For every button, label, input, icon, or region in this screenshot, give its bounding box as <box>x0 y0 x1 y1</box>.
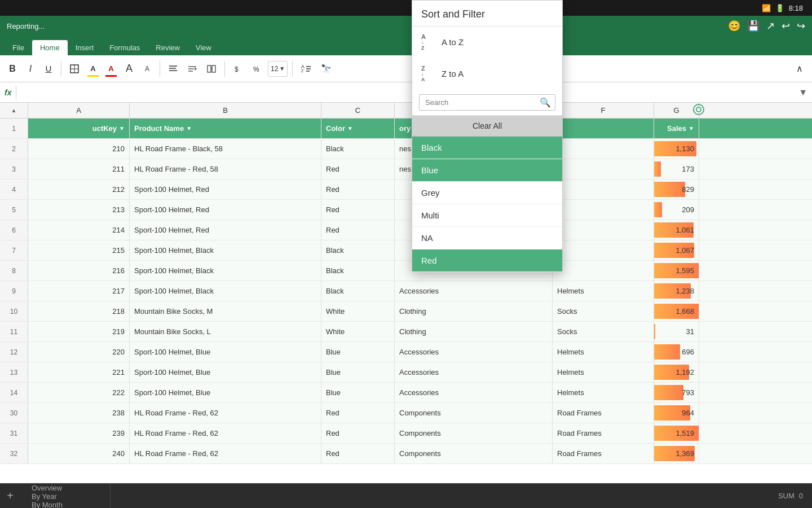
emoji-button[interactable]: 😊 <box>728 20 740 32</box>
cell-category[interactable]: Components <box>395 423 553 443</box>
cell-color[interactable]: Red <box>321 179 395 199</box>
italic-button[interactable]: I <box>23 60 38 78</box>
bold-button[interactable]: B <box>5 60 20 78</box>
cell-color[interactable]: Blue <box>321 342 395 362</box>
col-header-a[interactable]: A <box>28 103 130 118</box>
cell-sales[interactable]: 829 <box>654 179 699 199</box>
cell-subcategory[interactable]: Road Frames <box>553 444 654 463</box>
cell-color[interactable]: Red <box>321 444 395 463</box>
cell-category[interactable]: Clothing <box>395 322 553 341</box>
filter-icon-b[interactable]: ▼ <box>186 125 192 132</box>
cell-subcategory[interactable] <box>553 139 654 159</box>
cell-subcategory[interactable]: Socks <box>553 301 654 321</box>
cell-category[interactable]: Accessories <box>395 383 553 402</box>
cell-id[interactable]: 221 <box>28 362 130 382</box>
align-button[interactable] <box>165 60 182 78</box>
cell-color[interactable]: White <box>321 301 395 321</box>
cell-subcategory[interactable]: Helmets <box>553 342 654 362</box>
clear-all-button[interactable]: Clear All <box>412 116 562 137</box>
filter-item-na[interactable]: NA <box>412 227 562 249</box>
formula-expand-button[interactable]: ▼ <box>798 87 807 98</box>
cell-name[interactable]: HL Road Frame - Red, 62 <box>130 444 321 463</box>
col-b-resize[interactable] <box>319 103 323 118</box>
merge-button[interactable] <box>203 60 220 78</box>
cell-name[interactable]: HL Road Frame - Red, 62 <box>130 403 321 423</box>
col-a-resize[interactable] <box>127 103 131 118</box>
sort-z-to-a[interactable]: Z ↓ A Z to A <box>412 58 562 90</box>
filter-search-input[interactable] <box>419 94 555 111</box>
find-button[interactable]: 🔭 <box>317 60 335 78</box>
tab-home[interactable]: Home <box>32 40 68 55</box>
cell-color[interactable]: Red <box>321 200 395 220</box>
cell-category[interactable]: Accessories <box>395 281 553 301</box>
cell-id[interactable]: 220 <box>28 342 130 362</box>
sheet-tab-by-month[interactable]: By Month <box>20 501 111 508</box>
cell-subcategory[interactable] <box>553 179 654 199</box>
redo-button[interactable]: ↪ <box>797 20 805 32</box>
cell-name[interactable]: Sport-100 Helmet, Black <box>130 240 321 260</box>
tab-file[interactable]: File <box>5 40 32 55</box>
cell-id[interactable]: 212 <box>28 179 130 199</box>
cell-subcategory[interactable] <box>553 159 654 179</box>
cell-sales[interactable]: 964 <box>654 403 699 423</box>
filter-icon-a[interactable]: ▼ <box>119 125 125 132</box>
filter-icon-g[interactable]: ▼ <box>689 125 694 132</box>
cell-name[interactable]: Sport-100 Helmet, Red <box>130 220 321 240</box>
number-format-combo[interactable]: 12 ▼ <box>268 61 288 77</box>
cell-1-c[interactable]: Color ▼ <box>321 119 395 138</box>
cell-id[interactable]: 215 <box>28 240 130 260</box>
cell-color[interactable]: Black <box>321 139 395 159</box>
filter-item-multi[interactable]: Multi <box>412 204 562 227</box>
col-header-c[interactable]: C <box>321 103 395 118</box>
cell-sales[interactable]: 696 <box>654 342 699 362</box>
cell-color[interactable]: Blue <box>321 383 395 402</box>
cell-sales[interactable]: 1,595 <box>654 261 699 281</box>
tab-insert[interactable]: Insert <box>68 40 102 55</box>
cell-id[interactable]: 240 <box>28 444 130 463</box>
col-header-b[interactable]: B <box>130 103 321 118</box>
font-size-increase-button[interactable]: A <box>121 60 137 78</box>
cell-name[interactable]: Mountain Bike Socks, L <box>130 322 321 341</box>
cell-color[interactable]: Red <box>321 220 395 240</box>
formula-input[interactable] <box>21 88 794 97</box>
collapse-button[interactable]: ∧ <box>792 60 807 78</box>
font-size-decrease-button[interactable]: A <box>139 60 155 78</box>
cell-id[interactable]: 239 <box>28 423 130 443</box>
cell-name[interactable]: Sport-100 Helmet, Blue <box>130 342 321 362</box>
cell-color[interactable]: Red <box>321 403 395 423</box>
cell-subcategory[interactable] <box>553 200 654 220</box>
cell-category[interactable]: Accessories <box>395 362 553 382</box>
cell-category[interactable]: Components <box>395 403 553 423</box>
cell-name[interactable]: Mountain Bike Socks, M <box>130 301 321 321</box>
col-f-resize[interactable] <box>651 103 656 118</box>
font-color-button[interactable]: A <box>103 60 119 78</box>
filter-icon-c[interactable]: ▼ <box>347 125 353 132</box>
filter-item-blue[interactable]: Blue <box>412 159 562 182</box>
col-header-g[interactable]: G <box>654 103 699 118</box>
cell-1-g[interactable]: Sales ▼ <box>654 119 699 138</box>
cell-category[interactable]: Accessories <box>395 342 553 362</box>
cell-name[interactable]: Sport-100 Helmet, Red <box>130 200 321 220</box>
cell-name[interactable]: HL Road Frame - Black, 58 <box>130 139 321 159</box>
cell-1-a[interactable]: uctKey ▼ <box>28 119 130 138</box>
cell-color[interactable]: Black <box>321 240 395 260</box>
percent-button[interactable]: % <box>249 60 266 78</box>
cell-category[interactable]: Components <box>395 444 553 463</box>
underline-button[interactable]: U <box>41 60 56 78</box>
share-button[interactable]: ↗ <box>766 20 775 32</box>
sheet-tab-overview[interactable]: Overview <box>20 484 111 492</box>
corner-cell[interactable]: ▲ <box>0 103 28 118</box>
sheet-tab-by-year[interactable]: By Year <box>20 492 111 501</box>
tab-review[interactable]: Review <box>148 40 188 55</box>
filter-item-red[interactable]: Red <box>412 249 562 272</box>
cell-color[interactable]: Red <box>321 159 395 179</box>
cell-color[interactable]: Black <box>321 261 395 281</box>
cell-subcategory[interactable]: Helmets <box>553 281 654 301</box>
cell-id[interactable]: 219 <box>28 322 130 341</box>
cell-name[interactable]: HL Road Frame - Red, 62 <box>130 423 321 443</box>
col-header-f[interactable]: F <box>553 103 654 118</box>
cell-id[interactable]: 238 <box>28 403 130 423</box>
undo-button[interactable]: ↩ <box>782 20 790 32</box>
wrap-button[interactable] <box>184 60 201 78</box>
save-button[interactable]: 💾 <box>747 20 760 32</box>
